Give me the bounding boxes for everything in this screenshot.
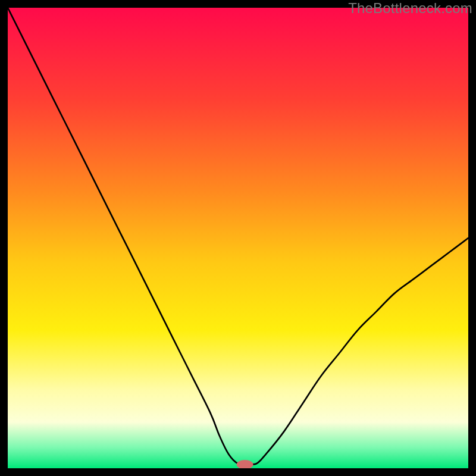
chart-frame: TheBottleneck.com [8,8,468,468]
gradient-background [8,8,468,468]
watermark-text: TheBottleneck.com [348,0,472,17]
bottleneck-chart [8,8,468,468]
